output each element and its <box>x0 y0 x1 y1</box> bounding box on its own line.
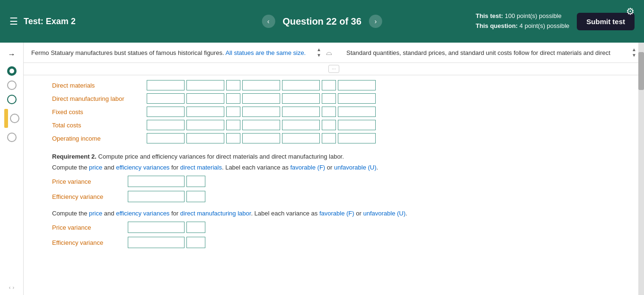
dm-input-7[interactable] <box>338 80 376 90</box>
test-title: Test: Exam 2 <box>24 17 76 27</box>
dl-input-3[interactable] <box>226 93 240 104</box>
next-question-button[interactable]: › <box>369 15 382 28</box>
sidebar-radio-5[interactable] <box>7 133 17 142</box>
efficiency-variance-select-1[interactable] <box>186 191 205 202</box>
dl-input-5[interactable] <box>282 93 320 104</box>
dl-input-6[interactable] <box>322 93 336 104</box>
table-row: Total costs <box>52 120 635 130</box>
test-label: Test: <box>24 17 44 26</box>
table-row: Fixed costs <box>52 107 635 117</box>
variance-row: Price variance <box>52 176 635 187</box>
price-variance-select-2[interactable] <box>186 222 205 233</box>
fc-input-3[interactable] <box>226 107 240 117</box>
fc-input-5[interactable] <box>282 107 320 117</box>
requirement-2-title: Requirement 2. Compute price and efficie… <box>52 153 635 160</box>
price-variance-select-1[interactable] <box>186 176 205 187</box>
tc-input-7[interactable] <box>338 120 376 130</box>
efficiency-variance-select-2[interactable] <box>186 237 205 248</box>
question-nav: ‹ Question 22 of 36 › <box>262 15 382 28</box>
divider-line: ··· <box>24 63 644 75</box>
gear-icon[interactable]: ⚙ <box>626 6 635 17</box>
scrollable-content[interactable]: Direct materials Direct manufacturing la… <box>24 75 644 290</box>
oi-input-3[interactable] <box>226 133 240 143</box>
dm-input-1[interactable] <box>147 80 185 90</box>
fc-input-4[interactable] <box>242 107 280 117</box>
dl-input-7[interactable] <box>338 93 376 104</box>
points-info: This test: 100 point(s) possible This qu… <box>476 11 569 31</box>
oi-input-1[interactable] <box>147 133 185 143</box>
updown-control[interactable]: ▲ ▼ <box>317 47 321 58</box>
this-test-label: This test: <box>476 12 503 19</box>
dm-input-2[interactable] <box>186 80 224 90</box>
requirement-2-section: Requirement 2. Compute price and efficie… <box>52 153 635 248</box>
fc-input-1[interactable] <box>147 107 185 117</box>
test-name: Exam 2 <box>46 17 76 26</box>
price-variance-input-1[interactable] <box>128 176 185 187</box>
tc-input-6[interactable] <box>322 120 336 130</box>
dm-input-4[interactable] <box>242 80 280 90</box>
tc-input-1[interactable] <box>147 120 185 130</box>
right-question-text: Standard quantities, standard prices, an… <box>337 49 627 56</box>
dm-input-6[interactable] <box>322 80 336 90</box>
variance-row: Efficiency variance <box>52 191 635 202</box>
sidebar-radio-2[interactable] <box>7 80 17 90</box>
scrollbar-thumb[interactable] <box>638 52 644 90</box>
header: ☰ Test: Exam 2 ‹ Question 22 of 36 › Thi… <box>0 0 644 43</box>
data-table: Direct materials Direct manufacturing la… <box>52 80 635 143</box>
sidebar-radio-1[interactable] <box>7 66 17 76</box>
direct-labor-label: Direct manufacturing labor <box>52 95 147 102</box>
dm-input-5[interactable] <box>282 80 320 90</box>
direct-labor-inputs <box>147 93 376 104</box>
req-labor-subtitle: Compute the price and efficiency varianc… <box>52 210 635 217</box>
sidebar-radio-4[interactable] <box>10 114 19 123</box>
sidebar: → ‹ › <box>0 43 24 295</box>
menu-icon[interactable]: ☰ <box>9 16 18 27</box>
oi-input-6[interactable] <box>322 133 336 143</box>
this-test-points: 100 point(s) possible <box>505 12 562 19</box>
scrollbar[interactable] <box>638 43 644 295</box>
tc-input-5[interactable] <box>282 120 320 130</box>
tc-input-3[interactable] <box>226 120 240 130</box>
dl-input-4[interactable] <box>242 93 280 104</box>
content-area: Fermo Statuary manufactures bust statues… <box>24 43 644 295</box>
req-materials-subtitle: Compute the price and efficiency varianc… <box>52 164 635 171</box>
sidebar-arrow-icon[interactable]: → <box>5 47 19 62</box>
fc-input-2[interactable] <box>186 107 224 117</box>
requirement-text: Compute price and efficiency variances f… <box>98 153 344 160</box>
tc-input-2[interactable] <box>186 120 224 130</box>
total-costs-inputs <box>147 120 376 130</box>
fixed-costs-inputs <box>147 107 376 117</box>
requirement-bold: Requirement 2. <box>52 153 97 160</box>
total-costs-label: Total costs <box>52 122 147 129</box>
efficiency-variance-label-1: Efficiency variance <box>52 193 128 200</box>
sidebar-nav-arrows: ‹ › <box>9 285 14 295</box>
oi-input-5[interactable] <box>282 133 320 143</box>
efficiency-variance-input-2[interactable] <box>128 237 185 248</box>
price-variance-input-2[interactable] <box>128 222 185 233</box>
pin-icon[interactable]: ⌓ <box>326 48 332 57</box>
price-variance-label-1: Price variance <box>52 178 128 185</box>
efficiency-variance-input-1[interactable] <box>128 191 185 202</box>
operating-income-label: Operating income <box>52 135 147 142</box>
dl-input-2[interactable] <box>186 93 224 104</box>
updown-control-right[interactable]: ▲ ▼ <box>632 47 636 58</box>
tc-input-4[interactable] <box>242 120 280 130</box>
this-question-points: 4 point(s) possible <box>520 22 570 29</box>
sidebar-radio-3[interactable] <box>7 95 17 104</box>
fc-input-6[interactable] <box>322 107 336 117</box>
dl-input-1[interactable] <box>147 93 185 104</box>
oi-input-2[interactable] <box>186 133 224 143</box>
fc-input-7[interactable] <box>338 107 376 117</box>
left-arrow-icon[interactable]: ‹ <box>9 285 11 290</box>
dm-input-3[interactable] <box>226 80 240 90</box>
variance-row: Efficiency variance <box>52 237 635 248</box>
question-counter: Question 22 of 36 <box>282 16 362 27</box>
main-layout: → ‹ › Fermo Statuary manufactures bust s… <box>0 43 644 295</box>
yellow-bar <box>4 109 8 128</box>
expand-dots-button[interactable]: ··· <box>328 65 339 73</box>
right-arrow-icon[interactable]: › <box>13 285 15 290</box>
prev-question-button[interactable]: ‹ <box>262 15 275 28</box>
oi-input-7[interactable] <box>338 133 376 143</box>
oi-input-4[interactable] <box>242 133 280 143</box>
question-text: Fermo Statuary manufactures bust statues… <box>31 49 312 56</box>
